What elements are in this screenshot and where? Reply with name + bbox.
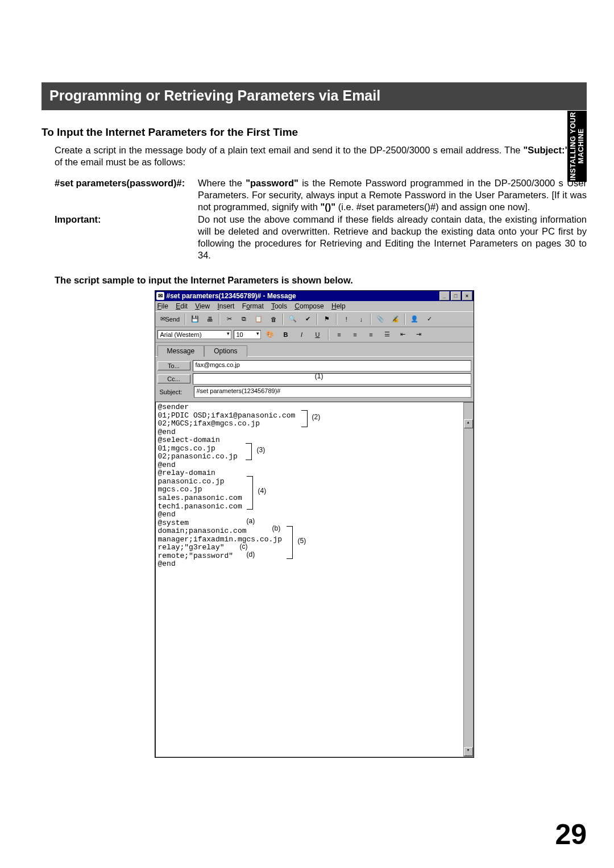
definition-list: #set parameters(password)#: Where the "p… (55, 177, 587, 261)
format-toolbar: Arial (Western) 10 🎨 B I U ≡ ≡ ≡ ☰ ⇤ ⇥ (155, 327, 474, 343)
def-important: Do not use the above command if these fi… (198, 214, 587, 261)
minimize-button[interactable]: _ (439, 291, 450, 301)
close-button[interactable]: × (462, 291, 472, 301)
header-fields: To... fax@mgcs.co.jp Cc... (1) Subject: … (155, 358, 474, 402)
annotation-4: (4) (258, 487, 267, 495)
send-button[interactable]: ✉Send (157, 313, 183, 326)
annotation-b: (b) (272, 525, 281, 532)
delete-icon[interactable]: 🗑 (267, 313, 280, 326)
message-body[interactable]: @sender 01;PDIC OSD;ifax1@panasonic.com … (155, 402, 474, 757)
underline-icon[interactable]: U (311, 328, 325, 341)
menu-edit[interactable]: Edit (176, 302, 188, 310)
seal-icon[interactable]: 🔏 (388, 313, 402, 326)
to-button[interactable]: To... (157, 361, 190, 370)
annotation-3: (3) (257, 446, 265, 454)
italic-icon[interactable]: I (295, 328, 309, 341)
bracket-2 (301, 410, 308, 427)
font-combo[interactable]: Arial (Western) (157, 330, 231, 339)
page-title-bar: Programming or Retrieving Parameters via… (42, 82, 587, 110)
term-set-parameters: #set parameters(password)#: (55, 177, 198, 213)
page: INSTALLING YOUR MACHINE Programming or R… (0, 0, 614, 868)
check-icon[interactable]: ✔ (301, 313, 314, 326)
side-tab: INSTALLING YOUR MACHINE (567, 111, 587, 182)
menubar[interactable]: File Edit View Insert Format Tools Compo… (155, 301, 474, 311)
window-titlebar: ✉ #set parameters(123456789)# - Message … (155, 291, 474, 301)
bracket-3 (246, 443, 252, 460)
subject-label: Subject: (157, 389, 192, 395)
term-important: Important: (55, 214, 198, 261)
intro-text-1: Create a script in the message body of a… (55, 145, 524, 155)
annotation-d: (d) (247, 551, 255, 558)
mail-icon: ✉ (156, 292, 164, 300)
menu-file[interactable]: File (157, 302, 168, 310)
menu-tools[interactable]: Tools (271, 302, 287, 310)
cc-input[interactable] (193, 373, 471, 385)
align-center-icon[interactable]: ≡ (349, 328, 362, 341)
toolbar: ✉Send 💾 🖶 ✂ ⧉ 📋 🗑 🔍 ✔ ⚑ ! ↓ 📎 🔏 👤 ✓ (155, 311, 474, 327)
align-left-icon[interactable]: ≡ (333, 328, 346, 341)
menu-insert[interactable]: Insert (217, 302, 234, 310)
flag-icon[interactable]: ⚑ (320, 313, 334, 326)
page-number: 29 (555, 818, 587, 851)
def-set-parameters: Where the "password" is the Remote Passw… (198, 177, 587, 213)
save-icon[interactable]: 💾 (188, 313, 202, 326)
subject-input[interactable]: #set parameters(123456789)# (194, 386, 471, 398)
paste-icon[interactable]: 📋 (252, 313, 265, 326)
tab-options[interactable]: Options (204, 345, 247, 357)
priority-high-icon[interactable]: ! (339, 313, 353, 326)
tab-message[interactable]: Message (157, 345, 205, 357)
window-title: #set parameters(123456789)# - Message (167, 292, 296, 300)
intro-paragraph: Create a script in the message body of a… (55, 144, 587, 168)
scroll-up-icon[interactable]: ▴ (464, 419, 473, 428)
print-icon[interactable]: 🖶 (203, 313, 217, 326)
annotation-2: (2) (312, 414, 321, 421)
annotation-5: (5) (298, 537, 306, 545)
annotation-a: (a) (247, 518, 255, 525)
menu-help[interactable]: Help (331, 302, 346, 310)
priority-low-icon[interactable]: ↓ (354, 313, 368, 326)
bracket-4 (247, 476, 253, 510)
find-icon[interactable]: 🔍 (286, 313, 300, 326)
cc-button[interactable]: Cc... (157, 374, 190, 383)
annotation-1: (1) (315, 372, 323, 380)
email-window: ✉ #set parameters(123456789)# - Message … (155, 290, 474, 758)
intro-subject-bold: "Subject:" (524, 145, 570, 155)
maximize-button[interactable]: □ (451, 291, 461, 301)
bullets-icon[interactable]: ☰ (380, 328, 394, 341)
cut-icon[interactable]: ✂ (222, 313, 236, 326)
menu-format[interactable]: Format (242, 302, 264, 310)
menu-compose[interactable]: Compose (294, 302, 323, 310)
scroll-down-icon[interactable]: ▾ (464, 747, 473, 756)
sample-caption: The script sample to input the Internet … (55, 275, 587, 286)
align-right-icon[interactable]: ≡ (364, 328, 378, 341)
names-icon[interactable]: 👤 (408, 313, 421, 326)
annotation-c: (c) (240, 543, 248, 550)
attach-icon[interactable]: 📎 (374, 313, 387, 326)
to-input[interactable]: fax@mgcs.co.jp (193, 360, 471, 372)
section-heading: To Input the Internet Parameters for the… (42, 126, 587, 139)
bold-icon[interactable]: B (279, 328, 293, 341)
bracket-5 (287, 526, 293, 559)
scrollbar[interactable]: ▴ ▾ (463, 402, 474, 757)
outdent-icon[interactable]: ⇤ (396, 328, 410, 341)
tabs: Message Options (155, 343, 474, 356)
size-combo[interactable]: 10 (234, 330, 261, 339)
copy-icon[interactable]: ⧉ (237, 313, 251, 326)
indent-icon[interactable]: ⇥ (412, 328, 426, 341)
menu-view[interactable]: View (195, 302, 210, 310)
spell-icon[interactable]: ✓ (422, 313, 436, 326)
color-icon[interactable]: 🎨 (263, 328, 277, 341)
